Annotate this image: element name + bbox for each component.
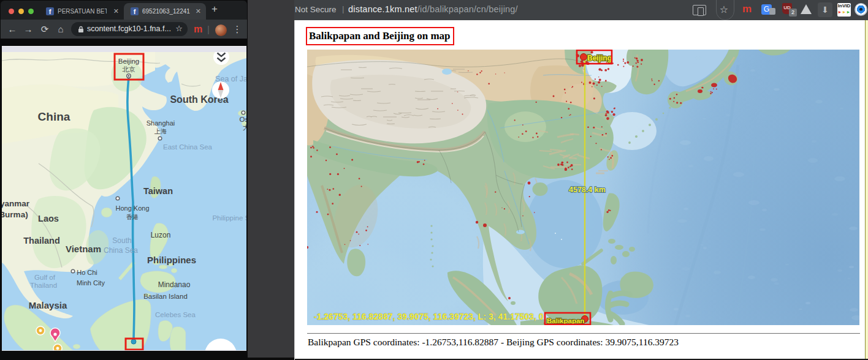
svg-text:yanmar: yanmar (2, 199, 30, 208)
svg-text:Thailand: Thailand (23, 236, 60, 246)
svg-text:上海: 上海 (154, 128, 167, 135)
svg-text:Shanghai: Shanghai (147, 119, 175, 127)
svg-text:Celebes Sea: Celebes Sea (155, 311, 196, 318)
svg-text:大: 大 (243, 124, 246, 131)
svg-text:Philippines: Philippines (147, 255, 196, 265)
svg-text:Mindanao: Mindanao (158, 280, 191, 289)
svg-text:Malaysia: Malaysia (29, 300, 67, 310)
svg-text:Thailand: Thailand (30, 282, 57, 289)
svg-text:Vietnam: Vietnam (66, 244, 101, 254)
svg-text:China Sea: China Sea (104, 246, 138, 255)
svg-text:Taiwan: Taiwan (143, 186, 173, 196)
svg-text:Burma): Burma) (2, 210, 28, 219)
svg-text:Philippine Se: Philippine Se (212, 214, 246, 222)
svg-text:Basilan Island: Basilan Island (143, 293, 188, 300)
svg-text:Minh City: Minh City (77, 279, 105, 287)
svg-text:South: South (112, 236, 131, 245)
svg-text:China: China (38, 110, 70, 123)
svg-text:Laos: Laos (38, 214, 59, 223)
svg-text:Balikpapan: Balikpapan (547, 317, 584, 324)
svg-text:Beijing: Beijing (587, 54, 612, 62)
svg-text:-1.26753, 116.82887, 39.9075,: -1.26753, 116.82887, 39.9075, 116.39723,… (314, 312, 544, 321)
svg-text:Osa: Osa (239, 116, 246, 123)
svg-text:Ho Chi: Ho Chi (77, 269, 97, 276)
svg-text:香港: 香港 (126, 214, 139, 220)
svg-text:Luzon: Luzon (151, 231, 171, 239)
svg-text:4578.4 km: 4578.4 km (569, 186, 606, 194)
svg-text:Beijing: Beijing (118, 58, 140, 65)
svg-text:Hong Kong: Hong Kong (115, 204, 149, 212)
svg-text:Gulf of: Gulf of (34, 274, 56, 281)
svg-text:East China Sea: East China Sea (163, 143, 213, 151)
svg-text:北京: 北京 (122, 66, 136, 73)
